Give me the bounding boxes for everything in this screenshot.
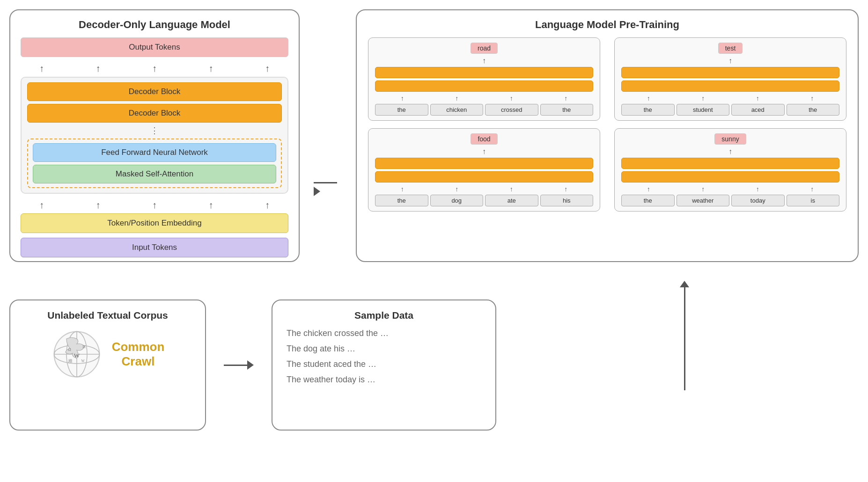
rp-tok-arrow-1-2-2: ↑ [455, 185, 458, 193]
arrows-to-output: ↑ ↑ ↑ ↑ ↑ [21, 62, 288, 75]
rp-tokens-2-2: the weather today is [621, 195, 839, 206]
decoder-blocks-container: Decoder Block Decoder Block ⋮ Feed Forwa… [21, 77, 288, 194]
rp-tok-2-1-1: the [621, 104, 675, 116]
rp-tok-arrow-1-1-3: ↑ [510, 95, 513, 102]
corpus-logos: W Ω И 維 W CommonCrawl [51, 329, 165, 380]
lr-arrow-line [314, 182, 337, 183]
sample-item-2: The dog ate his … [287, 344, 481, 354]
rp-token-arrows-2-2: ↑ ↑ ↑ ↑ [621, 185, 839, 193]
sample-data-list: The chicken crossed the … The dog ate hi… [287, 329, 481, 385]
rp-bar-2-1-a [621, 67, 839, 78]
svg-text:Ω: Ω [68, 347, 71, 352]
rp-col-2: test ↑ ↑ ↑ ↑ ↑ the [614, 37, 846, 271]
rp-token-arrows-1-1: ↑ ↑ ↑ ↑ [375, 95, 593, 102]
sample-item-4: The weather today is … [287, 375, 481, 385]
rp-example-1-1: road ↑ ↑ ↑ ↑ ↑ the [368, 37, 600, 121]
rp-tok-2-1-4: the [787, 104, 840, 116]
ffnn-bar: Feed Forward Neural Network [33, 143, 276, 162]
corpus-arrow-head [247, 360, 254, 370]
arrow-up-1: ↑ [39, 64, 44, 73]
rp-tok-arrow-2-2-3: ↑ [756, 185, 759, 193]
output-tokens-bar: Output Tokens [21, 37, 288, 57]
lr-arrow [314, 178, 342, 196]
rp-tok-2-1-3: aced [731, 104, 785, 116]
sample-data-panel: Sample Data The chicken crossed the … Th… [272, 299, 496, 431]
vertical-arrow-section [510, 281, 859, 449]
rp-bar-1-1-b [375, 80, 593, 92]
arrow-up-2: ↑ [96, 64, 101, 73]
rp-tok-arrow-2-1-1: ↑ [647, 95, 650, 102]
rp-arrow-2-1: ↑ [728, 57, 732, 65]
left-panel-title: Decoder-Only Language Model [21, 19, 288, 31]
dashed-inner: Feed Forward Neural Network Masked Self-… [27, 139, 282, 188]
dots: ⋮ [27, 125, 282, 136]
rp-target-2-2: sunny [714, 133, 746, 145]
arrow-up-emb-5: ↑ [265, 200, 270, 210]
arrow-up-emb-3: ↑ [152, 200, 157, 210]
rp-tok-arrow-2-2-4: ↑ [810, 185, 814, 193]
rp-bar-1-1-a [375, 67, 593, 78]
corpus-panel: Unlabeled Textual Corpus W Ω И 維 W [9, 299, 206, 431]
top-row: Decoder-Only Language Model Output Token… [9, 9, 859, 271]
rp-col-1: road ↑ ↑ ↑ ↑ ↑ the [368, 37, 600, 271]
rp-tok-1-2-3: ate [485, 195, 538, 206]
embedding-bar: Token/Position Embedding [21, 213, 288, 233]
bottom-row: Unlabeled Textual Corpus W Ω И 維 W [9, 281, 859, 449]
rp-tok-1-2-2: dog [430, 195, 484, 206]
inter-panel-arrow [314, 103, 342, 271]
rp-example-1-2: food ↑ ↑ ↑ ↑ ↑ the [368, 128, 600, 212]
rp-tokens-1-1: the chicken crossed the [375, 104, 593, 116]
sample-item-1: The chicken crossed the … [287, 329, 481, 338]
arrow-up-emb-2: ↑ [96, 200, 101, 210]
msa-bar: Masked Self-Attention [33, 165, 276, 183]
corpus-to-sample-arrow [220, 360, 257, 370]
rp-bar-2-1-b [621, 80, 839, 92]
rp-token-arrows-2-1: ↑ ↑ ↑ ↑ [621, 95, 839, 102]
decoder-block-2: Decoder Block [27, 104, 282, 123]
rp-target-1-2: food [471, 133, 497, 145]
common-crawl-logo: CommonCrawl [112, 340, 165, 369]
input-tokens-bar: Input Tokens [21, 238, 288, 257]
right-panel: Language Model Pre-Training road ↑ ↑ [356, 9, 859, 262]
right-panel-title: Language Model Pre-Training [368, 19, 846, 31]
vertical-arrow-line [684, 287, 685, 390]
rp-tok-arrow-1-1-4: ↑ [564, 95, 567, 102]
rp-tok-arrow-1-2-4: ↑ [564, 185, 567, 193]
rp-tok-arrow-2-2-1: ↑ [647, 185, 650, 193]
rp-tok-arrow-2-1-3: ↑ [756, 95, 759, 102]
right-panel-inner: road ↑ ↑ ↑ ↑ ↑ the [368, 37, 846, 271]
corpus-arrow-line [224, 365, 247, 366]
sample-item-3: The student aced the … [287, 359, 481, 369]
vertical-arrow-wrapper [680, 281, 689, 390]
rp-tok-arrow-1-2-1: ↑ [401, 185, 404, 193]
lr-arrow-head [314, 187, 320, 196]
rp-tok-arrow-1-1-1: ↑ [401, 95, 404, 102]
wikipedia-logo: W Ω И 維 W [51, 329, 103, 380]
rp-target-2-1: test [718, 43, 743, 54]
rp-bar-1-2-a [375, 158, 593, 169]
arrows-from-embedding: ↑ ↑ ↑ ↑ ↑ [21, 198, 288, 212]
rp-tokens-1-2: the dog ate his [375, 195, 593, 206]
rp-tok-arrow-2-1-4: ↑ [810, 95, 814, 102]
rp-target-1-1: road [471, 43, 498, 54]
main-container: Decoder-Only Language Model Output Token… [0, 0, 868, 482]
rp-tok-2-2-2: weather [677, 195, 730, 206]
vertical-arrow-head [680, 281, 689, 287]
rp-tok-2-2-4: is [787, 195, 840, 206]
rp-tok-2-2-3: today [731, 195, 785, 206]
svg-text:И: И [82, 344, 86, 349]
rp-token-arrows-1-2: ↑ ↑ ↑ ↑ [375, 185, 593, 193]
rp-tok-2-2-1: the [621, 195, 675, 206]
svg-text:W: W [81, 359, 85, 363]
rp-tok-1-1-3: crossed [485, 104, 538, 116]
rp-bar-2-2-b [621, 171, 839, 183]
corpus-panel-title: Unlabeled Textual Corpus [47, 310, 168, 321]
rp-arrow-1-2: ↑ [482, 147, 486, 156]
svg-text:W: W [74, 352, 80, 359]
rp-bar-2-2-a [621, 158, 839, 169]
sample-data-title: Sample Data [287, 310, 481, 321]
arrow-up-emb-4: ↑ [209, 200, 213, 210]
corpus-arrow [224, 360, 254, 370]
rp-bars-2-2 [621, 158, 839, 183]
rp-tok-1-1-2: chicken [430, 104, 484, 116]
